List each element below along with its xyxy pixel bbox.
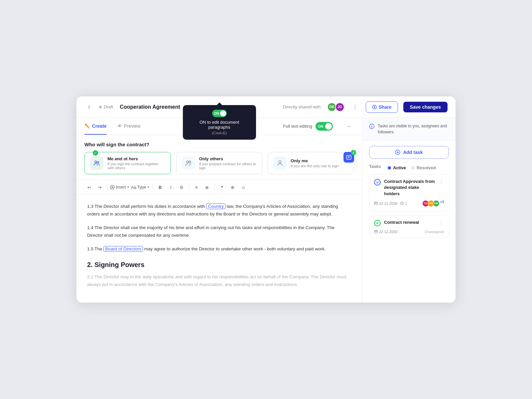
task-count-badge: 2	[351, 150, 356, 155]
task-unassigned-2: Unassigned	[425, 230, 444, 234]
add-task-button[interactable]: Add task	[369, 146, 449, 159]
task-card-2: Contract renewal ⋮ 22.12.2030 Una	[369, 215, 449, 238]
right-panel: Tasks are visible to you, assignees and …	[362, 118, 456, 303]
strikethrough-button[interactable]: S	[177, 183, 186, 192]
draft-badge: Draft	[99, 104, 113, 109]
full-text-switch[interactable]: ON	[316, 122, 333, 131]
tooltip: ON ON to edit document paragraphs (Cmd+E…	[183, 105, 256, 140]
draft-label: Draft	[104, 104, 113, 109]
paragraph-1-4: 1.4 The Director shall use the majority …	[87, 224, 351, 239]
header-right: Directly shared with: DB JO Share Sav	[283, 101, 448, 113]
task-check-2[interactable]	[374, 220, 381, 226]
filter-resolved[interactable]: Resolved	[411, 164, 436, 172]
task-more-1[interactable]: ⋮	[439, 179, 444, 185]
create-tab-label: Create	[92, 123, 107, 129]
para-1-5-cont: may agree to authorize the Director to u…	[143, 246, 326, 251]
paragraph-1-5: 1.5 The Board of Directors may agree to …	[87, 245, 351, 253]
signer-option-text-only-me: Only me If you are the only one to sign	[291, 158, 338, 168]
editor-toolbar: ↩ ↪ Insert ▼ Aa Type ▼ B I S ≡	[76, 180, 362, 195]
para-1-3-pre: 1.3 The Director shall perform his dutie…	[87, 204, 206, 209]
signer-option-only-me[interactable]: Only me If you are the only one to sign	[268, 152, 354, 174]
tasks-list: Contract Approvals from designated stake…	[362, 174, 456, 242]
tooltip-text: ON to edit document paragraphs	[190, 120, 249, 130]
bullet-list-button[interactable]: ≡	[192, 183, 201, 192]
svg-point-2	[354, 108, 355, 109]
signer-question: Who will sign the contract?	[84, 142, 354, 147]
tasks-label: Tasks	[369, 164, 381, 172]
tooltip-toggle: ON	[212, 110, 227, 117]
task-check-1[interactable]	[374, 179, 381, 186]
forward-button[interactable]: →	[343, 121, 354, 132]
task-avatars-1: TS MM DB +3	[422, 200, 444, 207]
task-more-2[interactable]: ⋮	[439, 219, 444, 226]
bold-button[interactable]: B	[156, 183, 165, 192]
task-date-val-1: 22.12.2030	[379, 201, 397, 205]
toolbar-sep3	[189, 184, 189, 190]
toggle-knob	[325, 123, 332, 130]
app-window: Draft Cooperation Agreement Directly sha…	[76, 96, 456, 303]
back-button[interactable]	[84, 102, 94, 112]
country-tag[interactable]: Country	[206, 203, 225, 209]
save-changes-button[interactable]: Save changes	[403, 102, 448, 112]
toolbar-sep2	[153, 184, 153, 190]
tooltip-shortcut: (Cmd+E)	[190, 131, 249, 135]
quote-button[interactable]: ❝	[217, 183, 227, 192]
more-options-button[interactable]	[350, 102, 360, 112]
svg-point-1	[354, 107, 355, 107]
number-list-button[interactable]: ≣	[202, 183, 212, 192]
info-text: Tasks are visible to you, assignees and …	[378, 123, 449, 135]
insert-dropdown[interactable]: Insert ▼	[110, 185, 130, 190]
toggle-on-label: ON	[318, 124, 324, 128]
filter-resolved-label: Resolved	[417, 165, 436, 170]
task-card-header-2: Contract renewal ⋮	[374, 219, 444, 226]
toolbar-sep1	[107, 184, 107, 190]
signer-icon-me-others	[90, 157, 103, 170]
type-chevron: ▼	[147, 186, 150, 189]
italic-button[interactable]: I	[166, 183, 176, 192]
header: Draft Cooperation Agreement Directly sha…	[76, 96, 456, 118]
signer-option-me-others[interactable]: ✓ Me and ot hers If you sign the co	[84, 152, 171, 174]
task-date-2: 22.12.2030	[374, 230, 397, 234]
paragraph-2-1: 2.1 The Director may in the daily operat…	[87, 273, 351, 289]
svg-rect-18	[374, 230, 377, 233]
type-dropdown[interactable]: Aa Type ▼	[131, 185, 150, 190]
signer-options: ✓ Me and ot hers If you sign the co	[84, 152, 354, 174]
task-avatar-extra: +3	[440, 200, 444, 207]
task-date-val-2: 22.12.2030	[379, 230, 397, 234]
redo-button[interactable]: ↪	[95, 183, 104, 192]
avatar-group: DB JO	[327, 102, 344, 112]
svg-point-0	[354, 105, 355, 106]
signer-option-only-others[interactable]: Only others If you prepare contract for …	[176, 152, 263, 174]
task-title-1: Contract Approvals from designated stake…	[384, 179, 435, 197]
task-icon-button[interactable]: 2	[343, 152, 354, 163]
tasks-info: Tasks are visible to you, assignees and …	[362, 118, 456, 141]
para-1-5-pre: 1.5 The	[87, 246, 103, 251]
share-button[interactable]: Share	[366, 101, 398, 113]
svg-point-6	[187, 161, 189, 163]
signer-option-text-me-others: Me and ot hers If you sign the contract …	[107, 156, 165, 170]
tab-preview[interactable]: 👁 Preview	[117, 118, 141, 135]
filter-active[interactable]: Active	[388, 164, 406, 172]
svg-point-7	[189, 161, 191, 163]
info-icon	[369, 124, 374, 130]
svg-point-14	[371, 125, 372, 126]
signer-icon-only-others	[182, 157, 195, 170]
link-button[interactable]: ⊕	[228, 183, 237, 192]
tab-create[interactable]: ✏️ Create	[84, 118, 107, 135]
emoji-button[interactable]: ☺	[239, 183, 248, 192]
avatar-jo: JO	[335, 102, 344, 112]
svg-rect-16	[374, 202, 377, 205]
insert-chevron: ▼	[127, 186, 130, 189]
insert-label: Insert	[116, 185, 126, 190]
section-heading-2: 2. Signing Powers	[87, 261, 351, 269]
create-tab-icon: ✏️	[84, 123, 90, 129]
svg-point-8	[279, 161, 281, 163]
filter-dot-active	[388, 166, 391, 170]
undo-button[interactable]: ↩	[84, 183, 94, 192]
full-text-toggle: Full text editing ON	[283, 122, 333, 131]
board-tag[interactable]: Board of Directors	[103, 246, 143, 252]
task-count-val-1: 1	[405, 201, 407, 205]
type-text: Type	[137, 185, 146, 190]
shared-label: Directly shared with:	[283, 104, 322, 109]
main-content: ✏️ Create 👁 Preview Full text editing ON…	[76, 118, 456, 303]
